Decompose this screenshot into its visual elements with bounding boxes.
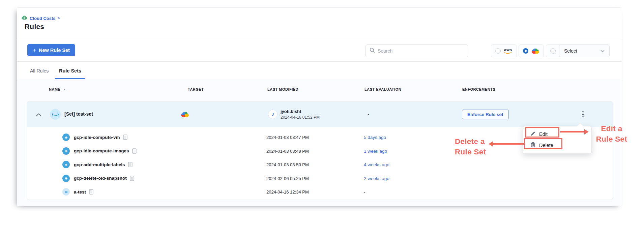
breadcrumb-chevron: >: [58, 16, 60, 21]
rule-info-icon[interactable]: [128, 162, 133, 167]
subtab-all-rules[interactable]: All Rules: [28, 68, 51, 79]
rule-last-modified: 2024-04-16 12:34 PM: [266, 189, 309, 195]
last-modified-cell: jyoti.bisht 2024-04-16 01:52 PM: [281, 109, 320, 120]
rule-info-icon[interactable]: [130, 176, 134, 181]
column-header-last-evaluation: LAST EVALUATION: [364, 87, 401, 91]
breadcrumb: $ Cloud Costs >: [21, 15, 60, 21]
modified-by-user: jyoti.bisht: [281, 109, 320, 114]
rule-last-evaluation-link[interactable]: 5 days ago: [364, 135, 386, 140]
rule-info-icon[interactable]: [89, 189, 93, 195]
gcp-logo-icon: [531, 48, 539, 54]
annotation-arrow-edit-line: [560, 131, 585, 132]
rule-row[interactable]: ◈ gcp-add-multiple-labels 2024-01-03 03:…: [27, 158, 613, 172]
azure-radio[interactable]: [550, 48, 556, 54]
rule-last-modified: 2024-02-06 05:25 PM: [266, 176, 309, 181]
annotation-arrow-edit-head: [584, 129, 589, 135]
aws-logo-icon: aws: [504, 47, 513, 55]
enforce-rule-set-button[interactable]: Enforce Rule set: [462, 110, 509, 119]
rule-set-name[interactable]: [Set] test-set: [64, 111, 93, 117]
column-header-enforcements: ENFORCEMENTS: [462, 87, 495, 91]
modified-at-timestamp: 2024-04-16 01:52 PM: [281, 115, 320, 120]
rule-row[interactable]: ◈ gcp-delete-old-snapshot 2024-02-06 05:…: [27, 172, 613, 185]
rule-last-evaluation-link[interactable]: 1 week ago: [364, 149, 387, 154]
filter-select-dropdown[interactable]: Select: [559, 45, 610, 57]
gcp-radio-selected[interactable]: [523, 48, 528, 54]
provider-toggle-gcp[interactable]: [519, 45, 544, 57]
sort-asc-icon: ▲: [63, 88, 66, 91]
rule-type-icon: ◈: [62, 161, 70, 168]
new-rule-set-button[interactable]: + New Rule Set: [27, 44, 75, 56]
column-header-name[interactable]: NAME▲: [49, 87, 66, 91]
app-root: $ Cloud Costs > Rules Overview Rules Enf…: [0, 0, 644, 236]
annotation-text-edit: Edit aRule Set: [592, 123, 631, 144]
rule-name[interactable]: gcp-idle-compute-vm: [74, 135, 120, 140]
rule-name[interactable]: gcp-idle-compute-images: [74, 148, 129, 153]
annotation-arrow-delete-line: [493, 143, 524, 145]
subtab-rule-sets[interactable]: Rule Sets: [55, 68, 85, 79]
rule-type-icon: ◈: [62, 134, 70, 141]
page-header: $ Cloud Costs > Rules Overview Rules Enf…: [17, 8, 622, 39]
rule-name[interactable]: a-test: [74, 189, 86, 195]
breadcrumb-cloud-costs-link[interactable]: Cloud Costs: [30, 16, 56, 21]
annotation-box-edit: [525, 127, 559, 138]
annotation-text-delete: Delete aRule Set: [455, 136, 492, 157]
rule-set-row[interactable]: {…} [Set] test-set J jyoti.bisht 2024-04…: [27, 102, 613, 127]
search-input[interactable]: [378, 48, 464, 54]
rule-name[interactable]: gcp-add-multiple-labels: [74, 162, 125, 167]
rule-last-evaluation-value: -: [364, 189, 365, 195]
chevron-down-icon: [601, 48, 605, 54]
rule-type-icon: ◈: [62, 175, 70, 182]
rule-type-icon: ◈: [62, 147, 70, 155]
toolbar: + New Rule Set aws: [17, 39, 622, 62]
column-header-target: TARGET: [188, 87, 204, 91]
last-evaluation-value: -: [368, 112, 369, 117]
rule-type-icon-alt: ▦: [62, 188, 70, 196]
rule-name[interactable]: gcp-delete-old-snapshot: [74, 176, 127, 181]
avatar: J: [268, 110, 277, 119]
rule-info-icon[interactable]: [123, 135, 127, 140]
annotation-box-delete: [524, 138, 562, 149]
column-header-last-modified: LAST MODIFIED: [267, 87, 298, 91]
plus-icon: +: [33, 47, 36, 54]
rule-set-icon: {…}: [50, 109, 61, 120]
aws-radio[interactable]: [495, 48, 501, 54]
rule-last-evaluation-link[interactable]: 2 weeks ago: [364, 176, 389, 181]
svg-text:$: $: [24, 16, 25, 20]
page-title: Rules: [25, 23, 44, 31]
new-rule-set-label: New Rule Set: [39, 48, 70, 53]
kebab-menu-icon[interactable]: [580, 109, 586, 119]
rule-last-modified: 2024-01-03 03:50 PM: [266, 162, 309, 167]
search-icon: [370, 48, 375, 54]
rule-last-modified: 2024-01-03 03:48 PM: [266, 149, 309, 154]
target-gcp-icon: [181, 112, 189, 117]
rule-last-modified: 2024-01-03 03:47 PM: [266, 135, 309, 140]
provider-toggle-aws[interactable]: aws: [491, 45, 517, 57]
rules-subtabs: All Rules Rule Sets: [17, 62, 622, 79]
rule-last-evaluation-link[interactable]: 4 weeks ago: [364, 162, 389, 167]
rule-info-icon[interactable]: [132, 148, 137, 154]
rule-row[interactable]: ▦ a-test 2024-04-16 12:34 PM -: [27, 185, 613, 199]
filter-select-value: Select: [564, 48, 577, 54]
cloud-costs-icon: $: [21, 15, 28, 21]
search-box: [365, 45, 468, 57]
collapse-chevron-up-icon[interactable]: [36, 112, 41, 118]
main-card: $ Cloud Costs > Rules Overview Rules Enf…: [17, 7, 622, 206]
